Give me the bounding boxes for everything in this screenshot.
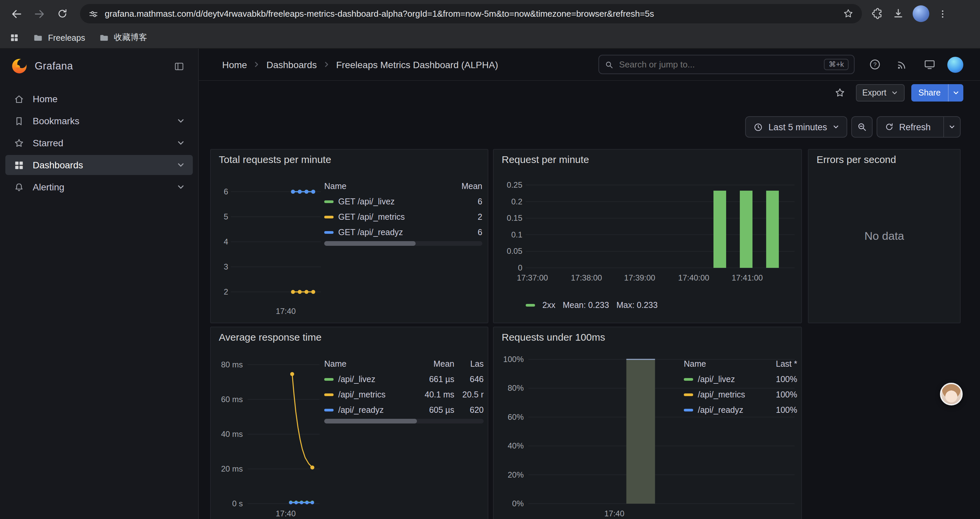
legend-series-name: /api/_metrics [338, 390, 386, 399]
legend-series-name: GET /api/_readyz [338, 227, 403, 237]
legend-row[interactable]: GET /api/_livez6 [324, 194, 482, 209]
share-menu-caret[interactable] [948, 84, 963, 102]
y-tick-label: 3 [224, 262, 228, 271]
time-range-picker[interactable]: Last 5 minutes [745, 116, 847, 137]
keyboard-shortcut-chip: ⌘+k [824, 59, 849, 70]
sidebar-item-bookmarks[interactable]: Bookmarks [5, 111, 193, 131]
site-settings-icon[interactable] [88, 8, 99, 19]
bookmark-label: 收藏博客 [114, 32, 147, 43]
legend-header[interactable]: Name [684, 359, 757, 369]
sidebar-collapse-button[interactable] [170, 57, 188, 75]
legend-header[interactable]: Mean [442, 182, 482, 191]
y-tick-label: 80 ms [221, 360, 243, 369]
legend-row[interactable]: /api/_metrics100% [684, 387, 797, 402]
x-tick-label: 17:40 [605, 509, 624, 518]
scrollbar-thumb[interactable] [324, 241, 416, 246]
share-button[interactable]: Share [911, 84, 963, 102]
refresh-button[interactable]: Refresh [877, 117, 938, 137]
export-button[interactable]: Export [856, 84, 904, 102]
bookmark-star-icon[interactable] [843, 8, 854, 19]
url-input[interactable] [105, 9, 837, 19]
y-tick-label: 80% [508, 383, 524, 393]
search-input[interactable] [619, 59, 819, 69]
brand-name: Grafana [35, 60, 73, 72]
sidebar-item-starred[interactable]: Starred [5, 133, 193, 153]
svg-text:?: ? [873, 61, 876, 68]
bell-icon [13, 181, 25, 193]
legend-scrollbar[interactable] [324, 419, 484, 423]
user-avatar[interactable] [947, 56, 963, 72]
y-tick-label: 4 [224, 237, 228, 246]
help-button[interactable]: ? [865, 55, 884, 74]
chevron-down-icon[interactable] [177, 161, 185, 169]
reload-button[interactable] [52, 4, 72, 24]
apps-grid-icon[interactable] [10, 33, 19, 43]
series-color-swatch [684, 378, 693, 380]
clock-icon [753, 122, 763, 132]
y-tick-label: 20% [508, 470, 524, 479]
series-color-swatch [324, 393, 334, 396]
home-icon [13, 93, 25, 105]
profile-avatar[interactable] [913, 5, 929, 22]
sidebar-item-home[interactable]: Home [5, 89, 193, 109]
legend-header[interactable]: Name [324, 182, 442, 191]
forward-button[interactable] [29, 4, 49, 24]
tv-kiosk-button[interactable] [920, 55, 939, 74]
extensions-icon[interactable] [871, 7, 884, 20]
header-icons: ? [865, 55, 963, 74]
chevron-down-icon[interactable] [177, 117, 185, 125]
series-point [305, 501, 309, 504]
search-bar[interactable]: ⌘+k [598, 55, 854, 74]
zoom-out-button[interactable] [851, 116, 872, 137]
legend-value: 6 [442, 197, 482, 206]
legend-series-name: 2xx [542, 300, 555, 310]
no-data-message: No data [808, 150, 960, 323]
grafana-logo[interactable] [11, 57, 28, 75]
bookmark-item-blog[interactable]: 收藏博客 [99, 32, 147, 43]
legend-row[interactable]: GET /api/_metrics2 [324, 209, 482, 224]
legend-header[interactable]: Name [324, 359, 413, 369]
y-tick-label: 0.1 [511, 230, 522, 239]
sidebar-item-dashboards[interactable]: Dashboards [5, 155, 193, 175]
breadcrumb-home[interactable]: Home [222, 59, 247, 70]
time-range-label: Last 5 minutes [768, 122, 827, 132]
favorite-star-button[interactable] [830, 83, 849, 102]
floating-assistant-avatar[interactable] [940, 383, 963, 406]
legend-header[interactable]: Mean [413, 359, 454, 369]
chevron-down-icon [953, 89, 959, 96]
request-per-minute-chart[interactable]: 0.250.20.150.10.05017:37:0017:38:0017:39… [494, 150, 802, 323]
legend-row[interactable]: GET /api/_readyz6 [324, 224, 482, 240]
legend-inline[interactable]: 2xx Mean: 0.233 Max: 0.233 [526, 300, 658, 310]
bookmark-item-freeleaps[interactable]: Freeleaps [33, 32, 85, 43]
legend-value: 646 [454, 374, 484, 384]
legend-row[interactable]: /api/_metrics40.1 ms20.5 r [324, 387, 484, 402]
sidebar-item-alerting[interactable]: Alerting [5, 177, 193, 197]
under-100ms-chart[interactable]: 100%80%60%40%20%0%17:40 [494, 327, 802, 519]
legend-row[interactable]: /api/_livez100% [684, 371, 797, 387]
legend-row[interactable]: /api/_readyz605 µs620 [324, 402, 484, 417]
back-button[interactable] [7, 4, 27, 24]
chevron-down-icon[interactable] [177, 139, 185, 147]
download-icon[interactable] [892, 7, 905, 20]
legend-value: 2 [442, 212, 482, 222]
scrollbar-thumb[interactable] [324, 419, 417, 423]
legend-value: 40.1 ms [413, 390, 454, 399]
legend-row[interactable]: /api/_livez661 µs646 [324, 371, 484, 387]
share-label[interactable]: Share [911, 84, 948, 102]
y-tick-label: 0.15 [507, 213, 522, 222]
series-point [294, 501, 298, 504]
legend-row[interactable]: /api/_readyz100% [684, 402, 797, 417]
legend-header[interactable]: Las [454, 359, 484, 369]
series-point [305, 290, 309, 294]
legend-series-name: GET /api/_livez [338, 197, 395, 206]
breadcrumb-dashboards[interactable]: Dashboards [267, 59, 317, 70]
browser-window: Freeleaps 收藏博客 Grafana [0, 0, 980, 519]
browser-menu-icon[interactable] [937, 8, 948, 19]
refresh-interval-caret[interactable] [943, 117, 960, 137]
legend-scrollbar[interactable] [324, 241, 482, 246]
legend-header[interactable]: Last * [757, 359, 797, 369]
chevron-down-icon[interactable] [177, 183, 185, 191]
series-point [310, 501, 314, 504]
url-bar[interactable] [80, 4, 862, 23]
news-rss-button[interactable] [892, 55, 911, 74]
